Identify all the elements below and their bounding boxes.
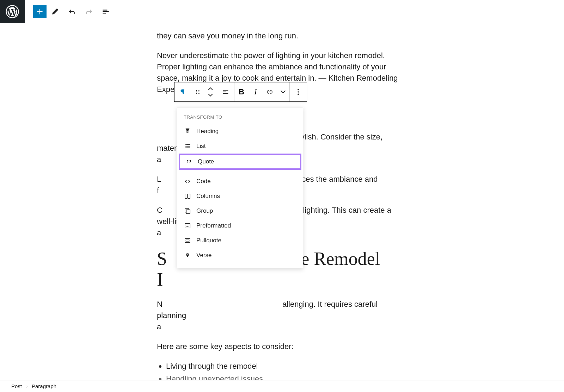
svg-point-6 <box>198 93 200 94</box>
svg-point-8 <box>298 91 299 93</box>
block-breadcrumb: Post › Paragraph <box>0 380 564 392</box>
transform-item-code[interactable]: Code <box>177 174 303 189</box>
text-fragment: L <box>157 175 161 183</box>
text-fragment: N <box>157 300 163 309</box>
list-view-icon <box>101 7 110 16</box>
paragraph-block[interactable]: they can save you money in the long run. <box>157 30 407 42</box>
code-icon <box>184 178 191 185</box>
verse-icon <box>184 251 191 259</box>
block-toolbar: B I <box>174 82 307 102</box>
quote-icon <box>185 158 193 166</box>
transform-item-pullquote[interactable]: Pullquote <box>177 233 303 248</box>
paragraph-block[interactable]: Here are some key aspects to consider: <box>157 341 407 352</box>
block-type-button[interactable] <box>174 82 191 101</box>
preformatted-icon <box>184 222 191 230</box>
move-block-buttons[interactable] <box>204 82 217 101</box>
svg-rect-13 <box>186 210 190 213</box>
paragraph-icon <box>179 88 187 96</box>
transform-item-verse[interactable]: Verse <box>177 248 303 263</box>
add-block-button[interactable] <box>33 5 47 18</box>
list-icon <box>184 142 191 150</box>
text-fragment: S <box>157 249 167 269</box>
drag-handle-button[interactable] <box>191 82 204 101</box>
svg-point-3 <box>196 92 197 93</box>
svg-point-5 <box>196 93 197 94</box>
list-item[interactable]: Living through the remodel <box>166 361 407 372</box>
transform-item-label: Group <box>196 207 213 214</box>
columns-icon <box>184 192 191 200</box>
link-icon <box>266 88 274 96</box>
edit-icon <box>51 7 59 16</box>
chevron-up-icon <box>208 87 213 90</box>
group-icon <box>184 207 191 215</box>
svg-rect-10 <box>185 194 187 199</box>
svg-point-9 <box>298 94 299 95</box>
more-rich-text-button[interactable] <box>277 82 289 101</box>
redo-button <box>80 3 97 20</box>
text-fragment: a <box>157 228 161 237</box>
heading-icon <box>184 127 191 135</box>
transform-item-label: Code <box>196 178 211 185</box>
transform-item-heading[interactable]: Heading <box>177 124 303 139</box>
chevron-down-icon <box>208 94 213 97</box>
pullquote-icon <box>184 237 191 244</box>
transform-item-label: Pullquote <box>196 237 221 244</box>
transform-item-label: Verse <box>196 252 212 259</box>
italic-icon: I <box>255 88 257 96</box>
drag-icon <box>194 88 201 95</box>
transform-item-label: Columns <box>196 193 220 200</box>
breadcrumb-item[interactable]: Paragraph <box>32 383 56 389</box>
svg-rect-11 <box>188 194 190 199</box>
transform-item-label: Quote <box>198 158 214 165</box>
svg-point-16 <box>187 226 188 227</box>
svg-point-1 <box>196 90 197 91</box>
transform-to-menu: TRANSFORM TO Heading List Quote Code Col… <box>177 107 303 268</box>
plus-icon <box>35 7 44 16</box>
wordpress-logo[interactable] <box>0 0 25 23</box>
transform-item-list[interactable]: List <box>177 139 303 154</box>
transform-item-columns[interactable]: Columns <box>177 189 303 204</box>
paragraph-partial[interactable]: N allenging. It requires careful plannin… <box>157 299 407 332</box>
redo-icon <box>84 7 93 16</box>
text-fragment: a <box>157 322 161 331</box>
svg-point-15 <box>186 226 186 227</box>
svg-rect-18 <box>186 240 189 241</box>
text-fragment: f <box>157 186 159 195</box>
undo-button[interactable] <box>63 3 80 20</box>
align-button[interactable] <box>217 82 234 101</box>
document-overview-button[interactable] <box>97 3 114 20</box>
chevron-down-icon <box>281 91 286 93</box>
wordpress-icon <box>6 5 19 18</box>
svg-point-7 <box>298 89 299 91</box>
align-icon <box>222 88 229 96</box>
svg-rect-14 <box>185 224 190 228</box>
options-button[interactable] <box>290 82 307 101</box>
transform-item-preformatted[interactable]: Preformatted <box>177 218 303 233</box>
svg-point-2 <box>198 90 200 91</box>
undo-icon <box>67 7 76 16</box>
text-fragment: I <box>157 269 163 290</box>
tools-button[interactable] <box>47 3 63 20</box>
transform-item-group[interactable]: Group <box>177 204 303 218</box>
list-item[interactable]: Handling unexpected issues <box>166 373 407 380</box>
italic-button[interactable]: I <box>249 82 263 101</box>
text-fragment: C <box>157 206 163 214</box>
transform-item-label: Heading <box>196 128 219 135</box>
svg-point-17 <box>189 226 189 227</box>
text-fragment: a <box>157 155 161 164</box>
link-button[interactable] <box>263 82 277 101</box>
list-block[interactable]: Living through the remodel Handling unex… <box>157 361 407 380</box>
breadcrumb-item[interactable]: Post <box>11 383 22 389</box>
more-vertical-icon <box>294 88 302 96</box>
chevron-right-icon: › <box>26 384 27 389</box>
transform-menu-header: TRANSFORM TO <box>177 112 303 124</box>
transform-item-quote[interactable]: Quote <box>179 154 301 170</box>
bold-button[interactable]: B <box>234 82 249 101</box>
transform-item-label: Preformatted <box>196 222 231 229</box>
transform-item-label: List <box>196 143 206 150</box>
top-toolbar <box>0 0 564 23</box>
svg-point-4 <box>198 92 200 93</box>
bold-icon: B <box>239 87 244 97</box>
